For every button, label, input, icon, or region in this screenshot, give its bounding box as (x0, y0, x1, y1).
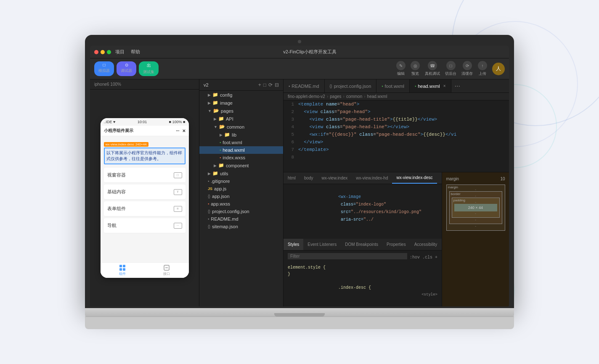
upload-icon: ↑ (478, 61, 487, 70)
close-button[interactable] (94, 50, 98, 54)
style-tab-styles[interactable]: Styles (284, 239, 303, 250)
laptop-screen: 项目 帮助 v2-FinClip小程序开发工具 □ 模拟器 ⊙ (90, 46, 509, 306)
file-project-config-json[interactable]: {} project.config.json (199, 208, 283, 215)
svg-rect-3 (123, 268, 125, 271)
dom-tab-wx-view-index-desc[interactable]: wx-view.index-desc (392, 172, 437, 184)
tab-readme[interactable]: ▪ README.md (284, 79, 325, 92)
style-filter-input[interactable] (288, 253, 407, 259)
phone-list-item-3[interactable]: 表单组件 ≡ (104, 201, 186, 216)
device-label: iphone6 100% (90, 79, 199, 90)
clear-cache-tool[interactable]: ⟳ 清缓存 (461, 61, 473, 76)
arrow-icon: ▶ (220, 133, 223, 137)
phone-list-label-1: 视窗容器 (107, 172, 126, 178)
style-tab-accessibility[interactable]: Accessibility (410, 239, 441, 250)
edit-label: 编辑 (397, 71, 405, 76)
toolbar-left: □ 模拟器 ⊙ 调试器 出 测试集 (94, 61, 159, 76)
breadcrumb-root: fino-applet-demo-v2 (288, 94, 325, 99)
file-head-wxml[interactable]: ▪ head.wxml (199, 146, 283, 154)
style-tab-dom-breakpoints[interactable]: DOM Breakpoints (341, 239, 382, 250)
file-sitemap-json-label: sitemap.json (212, 224, 238, 229)
debugger-button[interactable]: ⊙ 调试器 (117, 61, 136, 76)
file-sitemap-json[interactable]: {} sitemap.json (199, 223, 283, 230)
tab-close-icon[interactable]: × (443, 84, 446, 88)
background-icon: □ (446, 61, 456, 70)
style-tab-properties[interactable]: Properties (382, 239, 410, 250)
folder-pages[interactable]: ▼ 📂 pages (199, 107, 283, 115)
html-preview[interactable]: <wx-image class="index-logo" src="../res… (284, 184, 442, 239)
dom-tab-wx-view-index[interactable]: wx-view.index (318, 172, 352, 184)
new-folder-icon[interactable]: □ (263, 82, 266, 88)
background-tool[interactable]: □ 切后台 (445, 61, 456, 76)
json-icon: {} (330, 84, 332, 88)
phone-list-item-1[interactable]: 视窗容器 □ (104, 168, 186, 183)
tab-foot-wxml-label: foot.wxml (385, 84, 404, 89)
arrow-icon: ▶ (214, 117, 217, 121)
breadcrumb-file: head.wxml (367, 94, 387, 99)
tab-project-config[interactable]: {} project.config.json (325, 79, 377, 92)
simulator-label: 模拟器 (98, 68, 110, 74)
wxml-icon: ▪ (382, 84, 383, 88)
html-line-1: <wx-image class="index-logo" src="../res… (288, 186, 437, 231)
phone-menu-icon[interactable]: ··· (176, 129, 179, 133)
folder-lib[interactable]: ▶ 📁 lib (199, 131, 283, 139)
menu-item-help[interactable]: 帮助 (131, 49, 140, 55)
folder-common[interactable]: ▼ 📂 common (199, 123, 283, 131)
simulator-button[interactable]: □ 模拟器 (94, 61, 114, 76)
file-foot-wxml[interactable]: ▪ foot.wxml (199, 139, 283, 146)
phone-nav-components[interactable]: 组件 (101, 264, 145, 276)
line-content-8 (298, 153, 301, 161)
file-foot-wxml-label: foot.wxml (223, 140, 242, 145)
style-tab-dom-breakpoints-label: DOM Breakpoints (345, 242, 378, 247)
preview-tool[interactable]: ◎ 预览 (411, 61, 420, 76)
phone-list-item-2[interactable]: 基础内容 T (104, 185, 186, 200)
component-tooltip: wx-view.index-desc 240×44 (104, 142, 148, 147)
dom-tab-html[interactable]: html (284, 172, 300, 184)
left-panel: iphone6 100% ..IDE ♥ 10:01 ■ 100% ■ 小程序组… (90, 79, 199, 306)
upload-tool[interactable]: ↑ 上传 (478, 61, 487, 76)
collapse-icon[interactable]: ⊟ (275, 82, 279, 88)
api-nav-icon (163, 264, 170, 271)
file-app-json[interactable]: {} app.json (199, 193, 283, 200)
edit-tool[interactable]: ✎ 编辑 (396, 61, 406, 76)
refresh-icon[interactable]: ⟳ (268, 82, 273, 88)
folder-image[interactable]: ▶ 📁 image (199, 99, 283, 107)
file-app-js[interactable]: JS app.js (199, 185, 283, 193)
maximize-button[interactable] (107, 50, 111, 54)
tabs-more-button[interactable]: ··· (451, 82, 464, 90)
code-line-1: 1 <template name="head"> (284, 100, 509, 108)
folder-utils[interactable]: ▶ 📁 utils (199, 169, 283, 177)
file-app-wxss[interactable]: ▪ app.wxss (199, 200, 283, 208)
minimize-button[interactable] (101, 50, 105, 54)
breadcrumb: fino-applet-demo-v2 › pages › common › h… (284, 93, 509, 100)
new-file-icon[interactable]: + (258, 82, 261, 88)
file-index-wxss[interactable]: ▪ index.wxss (199, 154, 283, 161)
phone-list-item-4[interactable]: 导航 ··· (104, 218, 186, 233)
testset-button[interactable]: 出 测试集 (139, 61, 159, 76)
code-editor[interactable]: 1 <template name="head"> 2 <view class="… (284, 100, 509, 172)
file-gitignore[interactable]: ▪ .gitignore (199, 177, 283, 185)
main-content: iphone6 100% ..IDE ♥ 10:01 ■ 100% ■ 小程序组… (90, 79, 509, 306)
phone-list-icon-2: T (174, 189, 182, 195)
menu-item-project[interactable]: 项目 (115, 49, 125, 55)
device-debug-tool[interactable]: ☎ 真机调试 (425, 61, 440, 76)
box-model-title: margin 10 (446, 177, 505, 181)
dom-tab-body[interactable]: body (300, 172, 318, 184)
folder-component[interactable]: ▶ 📁 component (199, 161, 283, 169)
style-rule-index-desc: .index-desc { <style> (288, 278, 437, 305)
phone-list-label-3: 表单组件 (107, 206, 126, 212)
style-tab-event-listeners[interactable]: Event Listeners (303, 239, 341, 250)
file-readme-md[interactable]: ▪ README.md (199, 215, 283, 223)
folder-config[interactable]: ▶ 📁 config (199, 91, 283, 99)
breadcrumb-sep-3: › (364, 94, 365, 99)
phone-bottom-nav: 组件 接口 (101, 262, 189, 278)
arrow-icon: ▼ (208, 109, 212, 113)
line-content-4: <view class="page-head-line"></view> (298, 123, 409, 131)
folder-api[interactable]: ▶ 📁 API (199, 115, 283, 123)
tab-foot-wxml[interactable]: ▪ foot.wxml (376, 79, 410, 92)
device-debug-label: 真机调试 (425, 71, 440, 76)
phone-nav-api[interactable]: 接口 (145, 264, 189, 276)
tab-head-wxml[interactable]: ▪ head.wxml × (410, 79, 451, 92)
user-avatar[interactable]: 人 (492, 63, 505, 75)
phone-close-icon[interactable]: ✕ (182, 129, 186, 133)
dom-tab-wx-view-index-hd[interactable]: wx-view.index-hd (352, 172, 392, 184)
